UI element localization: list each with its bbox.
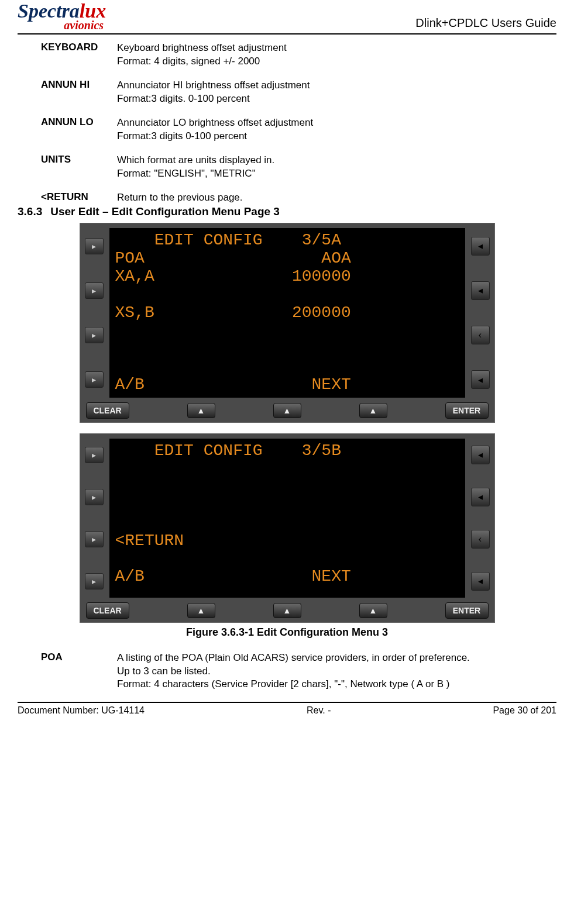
cdu-bottom-keys-a: CLEAR ▲ ▲ ▲ ENTER	[84, 402, 491, 419]
def-line: Annunciator HI brightness offset adjustm…	[117, 79, 310, 92]
cdu-panel-a: ▸ ▸ ▸ ▸ EDIT CONFIG 3/5A POA AOA XA,A 10…	[80, 223, 495, 422]
def-line: Which format are units displayed in.	[117, 154, 274, 167]
lsk-l3[interactable]: ▸	[85, 327, 104, 343]
def-line: Up to 3 can be listed.	[117, 665, 470, 678]
lsk-left-col-b: ▸ ▸ ▸ ▸	[84, 439, 105, 598]
lsk-r1b[interactable]: ◂	[471, 446, 490, 464]
lsk-right-col-b: ◂ ◂ ‹ ◂	[470, 439, 491, 598]
lsk-right-col: ◂ ◂ ‹ ◂	[470, 228, 491, 397]
lsk-r4[interactable]: ◂	[471, 370, 490, 389]
lsk-r3[interactable]: ‹	[471, 326, 490, 344]
footer-left: Document Number: UG-14114	[18, 705, 145, 716]
figure-caption: Figure 3.6.3-1 Edit Configuration Menu 3	[18, 626, 556, 639]
footer-right: Page 30 of 201	[493, 705, 556, 716]
def-term: KEYBOARD	[41, 42, 117, 68]
logo: Spectralux avionics	[18, 0, 106, 32]
def-line: Annunciator LO brightness offset adjustm…	[117, 116, 313, 130]
lsk-l4b[interactable]: ▸	[85, 573, 104, 589]
lsk-l1[interactable]: ▸	[85, 238, 104, 254]
section-number: 3.6.3	[18, 205, 42, 218]
def-line: Return to the previous page.	[117, 191, 243, 205]
lsk-l4[interactable]: ▸	[85, 371, 104, 388]
lsk-r3b[interactable]: ‹	[471, 530, 490, 549]
lsk-r2[interactable]: ◂	[471, 281, 490, 300]
lsk-l1b[interactable]: ▸	[85, 447, 104, 463]
def-line: Format: 4 digits, signed +/- 2000	[117, 55, 287, 68]
up-button-2[interactable]: ▲	[273, 403, 301, 418]
up-button-3[interactable]: ▲	[359, 403, 387, 418]
cdu-screen-a: EDIT CONFIG 3/5A POA AOA XA,A 100000 XS,…	[109, 228, 465, 397]
def-line: Format:3 digits. 0-100 percent	[117, 92, 310, 106]
clear-button-b[interactable]: CLEAR	[86, 602, 129, 619]
def-row: UNITSWhich format are units displayed in…	[41, 154, 545, 181]
page-footer: Document Number: UG-14114 Rev. - Page 30…	[18, 702, 556, 716]
up-button-2b[interactable]: ▲	[273, 603, 301, 618]
def-term: ANNUN HI	[41, 79, 117, 106]
up-button-3b[interactable]: ▲	[359, 603, 387, 618]
cdu-panel-b: ▸ ▸ ▸ ▸ EDIT CONFIG 3/5B <RETURN	[80, 433, 495, 623]
def-desc: Return to the previous page.	[117, 191, 243, 205]
def-term: ANNUN LO	[41, 116, 117, 143]
enter-button[interactable]: ENTER	[445, 402, 489, 419]
def-term: POA	[41, 651, 117, 692]
def-line: Keyboard brightness offset adjustment	[117, 42, 287, 55]
lsk-r1[interactable]: ◂	[471, 237, 490, 256]
lsk-r4b[interactable]: ◂	[471, 572, 490, 591]
def-desc: A listing of the POA (Plain Old ACARS) s…	[117, 651, 470, 692]
enter-button-b[interactable]: ENTER	[445, 602, 489, 619]
up-button-1b[interactable]: ▲	[187, 603, 215, 618]
def-row: ANNUN LOAnnunciator LO brightness offset…	[41, 116, 545, 143]
lsk-l3b[interactable]: ▸	[85, 531, 104, 547]
def-line: A listing of the POA (Plain Old ACARS) s…	[117, 651, 470, 665]
section-heading: 3.6.3User Edit – Edit Configuration Menu…	[18, 205, 556, 218]
def-row: ANNUN HIAnnunciator HI brightness offset…	[41, 79, 545, 106]
def-desc: Keyboard brightness offset adjustmentFor…	[117, 42, 287, 68]
def-row: <RETURNReturn to the previous page.	[41, 191, 545, 205]
def-line: Format: 4 characters (Service Provider […	[117, 678, 470, 691]
section-title: User Edit – Edit Configuration Menu Page…	[50, 205, 280, 218]
def-desc: Which format are units displayed in.Form…	[117, 154, 274, 181]
up-button-1[interactable]: ▲	[187, 403, 215, 418]
lsk-l2b[interactable]: ▸	[85, 489, 104, 505]
def-desc: Annunciator LO brightness offset adjustm…	[117, 116, 313, 143]
cdu-screen-b: EDIT CONFIG 3/5B <RETURN A/B NEXT	[109, 439, 465, 598]
def-term: UNITS	[41, 154, 117, 181]
lsk-l2[interactable]: ▸	[85, 282, 104, 299]
def-line: Format:3 digits 0-100 percent	[117, 130, 313, 143]
def-row: KEYBOARDKeyboard brightness offset adjus…	[41, 42, 545, 68]
def-desc: Annunciator HI brightness offset adjustm…	[117, 79, 310, 106]
page-header: Spectralux avionics Dlink+CPDLC Users Gu…	[18, 0, 556, 35]
def-row: POAA listing of the POA (Plain Old ACARS…	[41, 651, 545, 692]
def-line: Format: "ENGLISH", "METRIC"	[117, 167, 274, 181]
doc-title: Dlink+CPDLC Users Guide	[415, 16, 556, 32]
definitions-bottom: POAA listing of the POA (Plain Old ACARS…	[41, 651, 545, 692]
def-term: <RETURN	[41, 191, 117, 205]
clear-button[interactable]: CLEAR	[86, 402, 129, 419]
definitions-top: KEYBOARDKeyboard brightness offset adjus…	[41, 42, 545, 204]
footer-center: Rev. -	[307, 705, 331, 716]
lsk-left-col: ▸ ▸ ▸ ▸	[84, 228, 105, 397]
lsk-r2b[interactable]: ◂	[471, 488, 490, 506]
cdu-bottom-keys-b: CLEAR ▲ ▲ ▲ ENTER	[84, 602, 491, 619]
